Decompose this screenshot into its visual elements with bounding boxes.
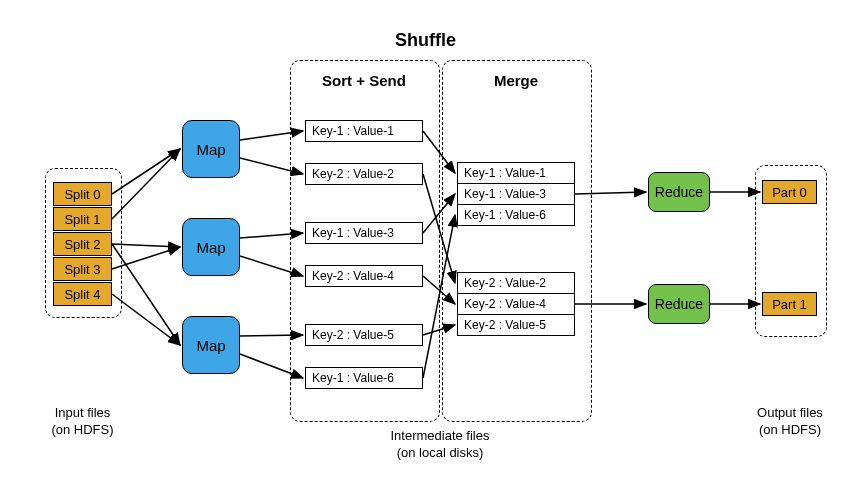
split-2: Split 2 [53, 232, 112, 256]
shuffle-title: Shuffle [395, 30, 456, 51]
input-caption: Input files(on HDFS) [40, 405, 125, 439]
intermediate-caption-l1: Intermediate files(on local disks) [391, 428, 490, 460]
svg-line-2 [112, 149, 180, 219]
reduce-0: Reduce [648, 172, 710, 212]
kv-sort-1: Key-2 : Value-2 [305, 163, 423, 185]
kv-sort-3: Key-2 : Value-4 [305, 265, 423, 287]
kv-merge-g2-1: Key-2 : Value-4 [457, 293, 575, 315]
mapreduce-diagram: Shuffle Sort + Send Merge Input files(on… [0, 0, 859, 500]
svg-line-4 [112, 247, 180, 269]
kv-merge-g1-0: Key-1 : Value-1 [457, 162, 575, 184]
split-1: Split 1 [53, 207, 112, 231]
input-caption-l1: Input files(on HDFS) [51, 405, 113, 437]
part-0: Part 0 [762, 180, 817, 204]
split-4: Split 4 [53, 282, 112, 306]
kv-merge-g2-0: Key-2 : Value-2 [457, 272, 575, 294]
map-1: Map [182, 218, 240, 276]
output-caption: Output files(on HDFS) [750, 405, 830, 439]
kv-sort-0: Key-1 : Value-1 [305, 120, 423, 142]
kv-merge-g2-2: Key-2 : Value-5 [457, 314, 575, 336]
kv-sort-2: Key-1 : Value-3 [305, 222, 423, 244]
kv-merge-g1-1: Key-1 : Value-3 [457, 183, 575, 205]
reduce-1: Reduce [648, 284, 710, 324]
split-3: Split 3 [53, 257, 112, 281]
split-0: Split 0 [53, 182, 112, 206]
kv-merge-g1-2: Key-1 : Value-6 [457, 204, 575, 226]
svg-line-3 [112, 244, 180, 247]
merge-region [442, 60, 592, 422]
kv-sort-5: Key-1 : Value-6 [305, 367, 423, 389]
svg-line-1 [112, 149, 180, 194]
kv-sort-4: Key-2 : Value-5 [305, 324, 423, 346]
svg-line-5 [112, 294, 180, 345]
intermediate-caption: Intermediate files(on local disks) [365, 428, 515, 462]
output-caption-l1: Output files(on HDFS) [757, 405, 823, 437]
map-0: Map [182, 120, 240, 178]
sort-send-label: Sort + Send [290, 72, 438, 89]
svg-line-6 [112, 244, 180, 345]
merge-label: Merge [442, 72, 590, 89]
part-1: Part 1 [762, 292, 817, 316]
map-2: Map [182, 316, 240, 374]
